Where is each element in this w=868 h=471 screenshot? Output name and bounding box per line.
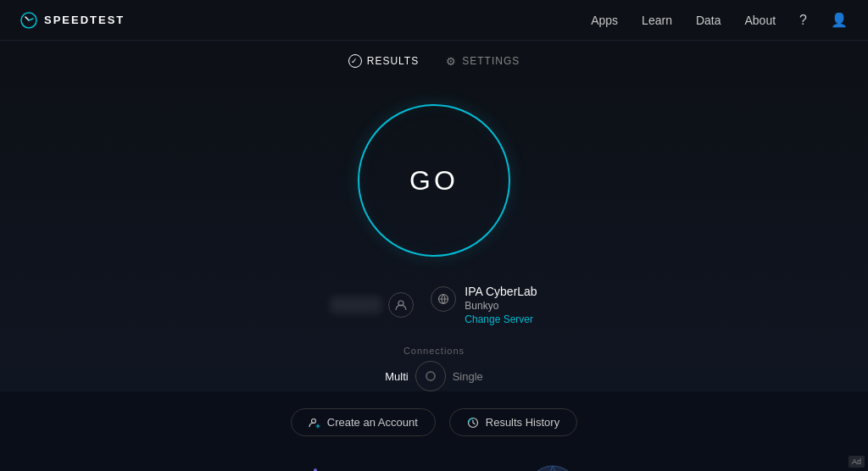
tabs-row: ✓ RESULTS ⚙ SETTINGS	[0, 41, 868, 75]
toggle-inner	[426, 371, 436, 381]
server-details: IPA CyberLab Bunkyo Change Server	[465, 285, 537, 325]
tab-settings[interactable]: ⚙ SETTINGS	[446, 54, 520, 68]
nav-link-learn[interactable]: Learn	[642, 14, 672, 27]
speedtest-logo-icon	[20, 12, 37, 29]
feature-cards	[286, 453, 582, 471]
single-label: Single	[453, 370, 483, 383]
user-icon[interactable]: 👤	[831, 12, 848, 28]
ad-badge: Ad	[849, 456, 865, 468]
tab-results[interactable]: ✓ RESULTS	[348, 54, 419, 68]
server-info: IPA CyberLab Bunkyo Change Server	[331, 285, 537, 325]
nav-link-apps[interactable]: Apps	[591, 14, 618, 27]
isp-logo-placeholder	[331, 296, 381, 313]
nav-link-data[interactable]: Data	[696, 14, 721, 27]
create-account-button[interactable]: Create an Account	[291, 408, 436, 436]
navbar: SPEEDTEST Apps Learn Data About ? 👤	[0, 0, 868, 41]
globe-feature-icon	[515, 453, 582, 471]
help-icon[interactable]: ?	[799, 13, 807, 28]
main-content: GO	[0, 75, 868, 391]
toggle-switch[interactable]	[415, 361, 446, 391]
bottom-section: Create an Account Results History	[0, 391, 868, 471]
multi-label: Multi	[385, 370, 408, 383]
connections-label: Connections	[403, 346, 465, 356]
server-block: IPA CyberLab Bunkyo Change Server	[431, 285, 537, 325]
person-plus-icon	[309, 417, 320, 429]
results-check-icon: ✓	[348, 54, 362, 68]
connection-toggle: Multi Single	[385, 361, 483, 391]
go-button[interactable]: GO	[358, 104, 510, 257]
server-location: Bunkyo	[465, 300, 537, 312]
cube-icon	[286, 462, 345, 471]
logo-text: SPEEDTEST	[44, 14, 125, 26]
go-label: GO	[409, 165, 459, 197]
gear-icon: ⚙	[446, 55, 457, 68]
server-name: IPA CyberLab	[465, 285, 537, 298]
change-server-button[interactable]: Change Server	[465, 313, 537, 325]
results-history-button[interactable]: Results History	[449, 408, 577, 436]
user-circle-icon	[388, 292, 414, 318]
nav-link-about[interactable]: About	[745, 14, 776, 27]
globe-icon	[431, 286, 456, 312]
history-icon	[467, 417, 479, 429]
nav-links: Apps Learn Data About ? 👤	[591, 12, 848, 28]
action-buttons: Create an Account Results History	[291, 408, 577, 436]
connections-row: Connections Multi Single	[385, 346, 483, 391]
go-button-wrapper: GO	[353, 100, 515, 261]
logo-area: SPEEDTEST	[20, 12, 125, 29]
isp-block	[331, 292, 414, 318]
wifi-router-icon	[396, 462, 464, 471]
page-wrapper: SPEEDTEST Apps Learn Data About ? 👤 ✓ RE…	[0, 0, 868, 471]
